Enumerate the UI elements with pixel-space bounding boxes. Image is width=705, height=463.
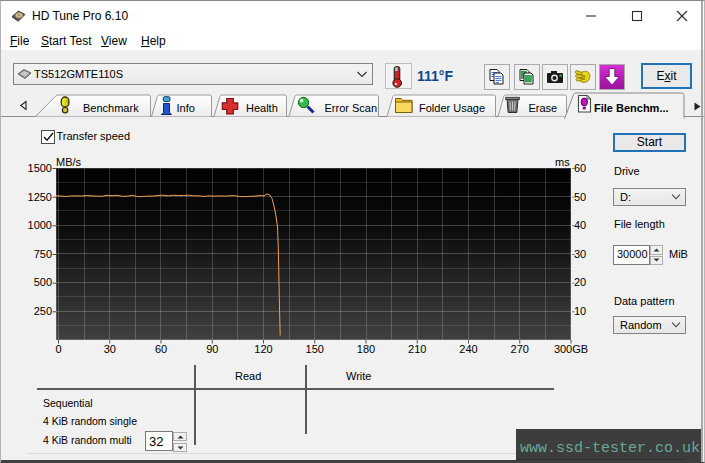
svg-text:Benchmark: Benchmark bbox=[83, 102, 139, 114]
svg-text:Info: Info bbox=[177, 102, 195, 114]
svg-text:Health: Health bbox=[246, 102, 278, 114]
svg-text:Folder Usage: Folder Usage bbox=[419, 102, 485, 114]
svg-text:Error Scan: Error Scan bbox=[325, 102, 378, 114]
svg-text:Erase: Erase bbox=[529, 102, 558, 114]
svg-text:File Benchm...: File Benchm... bbox=[594, 102, 669, 114]
